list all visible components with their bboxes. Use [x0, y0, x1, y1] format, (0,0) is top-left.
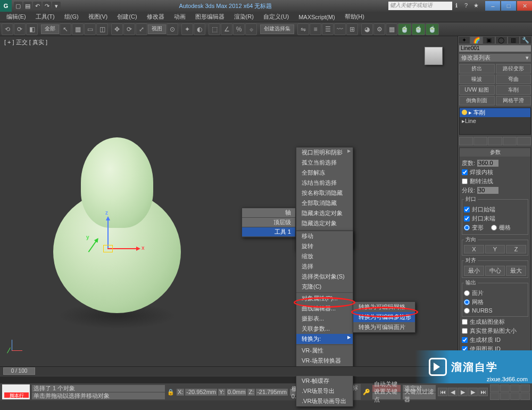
tb-schematic-icon[interactable]: ⊞: [346, 23, 358, 35]
tab-display-icon[interactable]: ▥: [508, 36, 520, 44]
dir-y-button[interactable]: Y: [485, 245, 505, 253]
tb-bind-icon[interactable]: ◧: [26, 23, 38, 35]
dir-z-button[interactable]: Z: [506, 245, 526, 253]
vp-pan-icon[interactable]: [490, 392, 500, 400]
flip-checkbox[interactable]: [462, 178, 468, 184]
key-icon[interactable]: 🔑: [363, 389, 370, 396]
close-button[interactable]: ✕: [517, 1, 532, 11]
modbtn-meshsmooth[interactable]: 网格平滑: [496, 96, 531, 105]
tb-layers-icon[interactable]: ☰: [322, 23, 334, 35]
vp-orbit-icon[interactable]: [500, 392, 510, 400]
out-patch-radio[interactable]: [464, 290, 470, 296]
qat-new-icon[interactable]: ▢: [14, 2, 22, 10]
keyfilters-button[interactable]: 关键点过滤器: [403, 392, 436, 399]
tb-select-link-icon[interactable]: ⟲: [2, 23, 13, 35]
ctx-unfreeze-all[interactable]: 全部解冻: [296, 168, 353, 178]
tab-create-icon[interactable]: ✦: [458, 36, 470, 44]
modbtn-extrude[interactable]: 挤出: [459, 64, 495, 73]
out-mesh-radio[interactable]: [464, 299, 470, 305]
ctx-viewport-lighting[interactable]: 视口照明和阴影: [296, 147, 353, 158]
ctx-hide-unsel[interactable]: 隐藏未选定对象: [296, 208, 353, 218]
menu-customize[interactable]: 自定义(U): [259, 12, 293, 21]
align-max-button[interactable]: 最大: [506, 266, 526, 276]
degrees-spinner[interactable]: 360.0: [477, 160, 498, 167]
stack-unique-icon[interactable]: [488, 137, 502, 145]
tab-motion-icon[interactable]: ◯: [495, 36, 508, 44]
x-field[interactable]: -20.952mm: [185, 389, 217, 396]
vp-maximize-icon[interactable]: [510, 392, 520, 400]
qat-dropdown-icon[interactable]: ▾: [52, 2, 61, 10]
next-frame-icon[interactable]: ▶: [468, 388, 478, 396]
stack-item-lathe[interactable]: ▸车削: [460, 108, 530, 117]
tb-keymode-icon[interactable]: ◐: [194, 23, 205, 35]
tb-renderprod-icon[interactable]: 🍵: [398, 23, 411, 35]
viewcube[interactable]: [420, 43, 447, 69]
minimize-button[interactable]: ‒: [485, 1, 500, 11]
ctx-rotate[interactable]: 旋转: [296, 241, 353, 251]
setkey-button[interactable]: 设置关键点: [372, 392, 401, 399]
goto-end-icon[interactable]: ⏭: [478, 388, 488, 396]
menu-group[interactable]: 组(G): [60, 12, 83, 21]
seg-spinner[interactable]: 30: [477, 187, 498, 194]
modifier-stack[interactable]: ▸车削 ▸Line: [459, 108, 531, 135]
tb-render-icon[interactable]: 🍵: [426, 23, 439, 35]
qat-open-icon[interactable]: ▤: [23, 2, 32, 10]
tb-move-icon[interactable]: ✥: [111, 23, 123, 35]
tb-snap-icon[interactable]: ⬚: [209, 23, 220, 35]
tb-rendersetup-icon[interactable]: ⚙: [373, 23, 385, 35]
tb-mirror-icon[interactable]: ⇋: [297, 23, 309, 35]
ctx-scale[interactable]: 缩放: [296, 251, 353, 261]
maximize-button[interactable]: □: [501, 1, 516, 11]
search-input[interactable]: 键入关键字或短语: [388, 2, 452, 10]
ctx-to-editmesh[interactable]: 转换为可编辑网格: [353, 302, 415, 312]
stack-pin-icon[interactable]: [459, 137, 473, 145]
tb-renderiter-icon[interactable]: 🍵: [412, 23, 425, 35]
menu-anim[interactable]: 动画: [170, 12, 190, 21]
quad-hdr-tools[interactable]: 工具 1: [242, 227, 295, 237]
timeslider-handle[interactable]: 0 / 100: [3, 367, 35, 375]
tb-rotate-icon[interactable]: ⟳: [123, 23, 135, 35]
ctx-wire-params[interactable]: 关联参数...: [296, 324, 353, 334]
tb-align-icon[interactable]: ≡: [310, 23, 321, 35]
modbtn-lathe[interactable]: 车削: [496, 85, 531, 95]
grid-radio[interactable]: [491, 225, 497, 231]
modbtn-noise[interactable]: 噪波: [459, 75, 495, 84]
ctx-vr-anim-export[interactable]: .VR场景动画导出: [296, 396, 353, 406]
modbtn-pathdeform[interactable]: 路径变形: [496, 64, 531, 73]
menu-tools[interactable]: 工具(T): [31, 12, 59, 21]
mapcoord-checkbox[interactable]: [462, 319, 468, 325]
z-field[interactable]: -21.795mm: [256, 389, 288, 396]
vp-zoom-icon[interactable]: [490, 384, 500, 392]
ctx-vr-framebuf[interactable]: VR-帧缓存: [296, 376, 353, 386]
weld-checkbox[interactable]: [462, 169, 468, 175]
qat-undo-icon[interactable]: ↶: [33, 2, 41, 10]
menu-help[interactable]: 帮助(H): [340, 12, 369, 21]
align-center-button[interactable]: 中心: [485, 266, 505, 276]
ctx-vr-scene-export[interactable]: .VR场景导出: [296, 386, 353, 396]
ctx-clone[interactable]: 克隆(C): [296, 282, 353, 292]
capstart-checkbox[interactable]: [464, 207, 470, 212]
tb-pivot-icon[interactable]: ⊙: [167, 23, 178, 35]
named-selset-dropdown[interactable]: 创建选择集: [260, 24, 294, 34]
tb-renderframe-icon[interactable]: ▦: [386, 23, 397, 35]
tb-rectsel-icon[interactable]: ▭: [84, 23, 96, 35]
quad-hdr-toplevel[interactable]: 顶层级: [242, 218, 295, 227]
out-nurbs-radio[interactable]: [464, 308, 470, 314]
goto-start-icon[interactable]: ⏮: [438, 388, 447, 396]
ctx-properties[interactable]: 对象属性(P)...: [296, 293, 353, 304]
ctx-to-editpatch[interactable]: 转换为可编辑面片: [353, 322, 415, 332]
tb-pctsnap-icon[interactable]: %: [233, 23, 245, 35]
menu-edit[interactable]: 编辑(E): [2, 12, 30, 21]
vp-zoomall-icon[interactable]: [500, 384, 510, 392]
ctx-vr-scene-conv[interactable]: VR-场景转换器: [296, 356, 353, 366]
selection-filter-dropdown[interactable]: 全部: [41, 24, 59, 34]
quad-hdr-axis[interactable]: 轴: [242, 208, 295, 218]
tab-hierarchy-icon[interactable]: ▣: [483, 36, 495, 44]
vp-fov-icon[interactable]: [520, 384, 530, 392]
menu-maxscript[interactable]: MAXScript(M): [294, 13, 339, 21]
ctx-unhide-all[interactable]: 全部取消隐藏: [296, 198, 353, 208]
star-icon[interactable]: ★: [473, 2, 481, 10]
menu-modifiers[interactable]: 修改器: [143, 12, 169, 21]
tb-curve-icon[interactable]: 〰: [334, 23, 346, 35]
modbtn-bend[interactable]: 弯曲: [496, 75, 531, 84]
